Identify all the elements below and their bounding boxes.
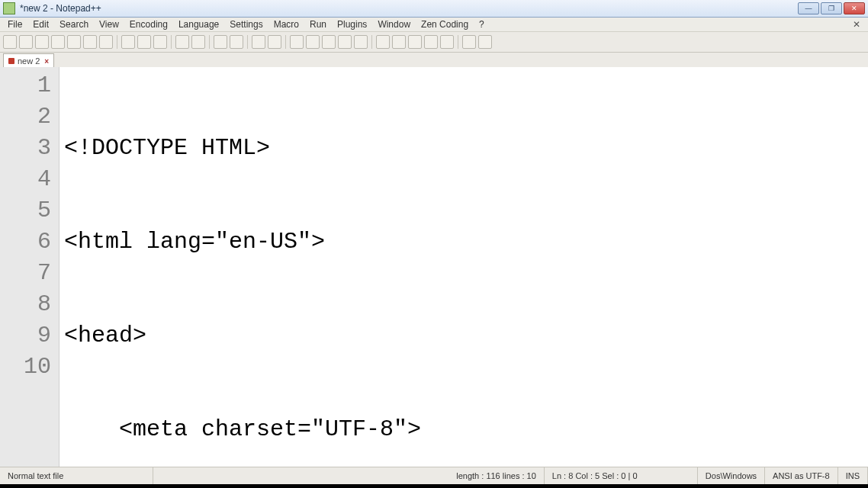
savemacro-icon[interactable] — [440, 35, 454, 49]
title-bar[interactable]: *new 2 - Notepad++ — ❐ ✕ — [0, 0, 868, 18]
separator-icon — [285, 35, 286, 49]
separator-icon — [209, 35, 210, 49]
stop-icon[interactable] — [392, 35, 406, 49]
status-bar: Normal text file length : 116 lines : 10… — [0, 467, 868, 484]
new-icon[interactable] — [3, 35, 17, 49]
menu-view[interactable]: View — [95, 18, 124, 30]
editor: 1 2 3 4 5 6 7 8 9 10 <!DOCTYPE HTML> <ht… — [0, 67, 868, 467]
copy-icon[interactable] — [137, 35, 151, 49]
code-line: <!DOCTYPE HTML> — [64, 133, 270, 164]
menu-search[interactable]: Search — [55, 18, 93, 30]
separator-icon — [247, 35, 248, 49]
extra2-icon[interactable] — [478, 35, 492, 49]
line-number: 3 — [0, 133, 51, 164]
line-number: 4 — [0, 164, 51, 195]
line-number: 7 — [0, 258, 51, 289]
save-icon[interactable] — [35, 35, 49, 49]
saveall-icon[interactable] — [51, 35, 65, 49]
menu-file[interactable]: File — [3, 18, 27, 30]
menu-zencoding[interactable]: Zen Coding — [416, 18, 473, 30]
print-icon[interactable] — [99, 35, 113, 49]
menu-settings[interactable]: Settings — [225, 18, 267, 30]
window-title: *new 2 - Notepad++ — [20, 3, 798, 14]
close-button[interactable]: ✕ — [844, 2, 865, 14]
wrap-icon[interactable] — [306, 35, 320, 49]
redo-icon[interactable] — [191, 35, 205, 49]
closeall-icon[interactable] — [83, 35, 97, 49]
menu-language[interactable]: Language — [174, 18, 223, 30]
status-filetype: Normal text file — [0, 467, 153, 484]
paste-icon[interactable] — [153, 35, 167, 49]
zoomout-icon[interactable] — [268, 35, 281, 49]
tab-new2[interactable]: new 2 × — [3, 53, 54, 68]
menu-macro[interactable]: Macro — [269, 18, 304, 30]
status-ins: INS — [838, 467, 868, 484]
menu-window[interactable]: Window — [373, 18, 415, 30]
find-icon[interactable] — [214, 35, 227, 49]
code-line: <meta charset="UTF-8"> — [64, 414, 421, 445]
menu-run[interactable]: Run — [305, 18, 331, 30]
close-icon[interactable] — [67, 35, 81, 49]
allchars-icon[interactable] — [322, 35, 336, 49]
sync-icon[interactable] — [290, 35, 304, 49]
cut-icon[interactable] — [121, 35, 135, 49]
status-length: length : 116 lines : 10 — [448, 467, 545, 484]
line-number: 10 — [0, 352, 51, 383]
replace-icon[interactable] — [230, 35, 243, 49]
tab-close-icon[interactable]: × — [44, 57, 49, 66]
code-line: <html lang="en-US"> — [64, 226, 325, 258]
extra1-icon[interactable] — [462, 35, 476, 49]
menu-help[interactable]: ? — [474, 18, 489, 30]
line-number: 8 — [0, 289, 51, 320]
separator-icon — [371, 35, 372, 49]
playmulti-icon[interactable] — [424, 35, 438, 49]
unsaved-dot-icon — [8, 58, 14, 64]
userlang-icon[interactable] — [354, 35, 368, 49]
menu-edit[interactable]: Edit — [28, 18, 53, 30]
line-number: 5 — [0, 195, 51, 226]
tab-strip: new 2 × — [0, 53, 868, 69]
tab-label: new 2 — [18, 56, 40, 66]
separator-icon — [458, 35, 458, 49]
menu-plugins[interactable]: Plugins — [333, 18, 371, 30]
separator-icon — [171, 35, 172, 49]
line-number: 1 — [0, 70, 51, 101]
app-icon — [3, 2, 15, 14]
letterbox-bottom — [0, 484, 868, 488]
minimize-button[interactable]: — — [798, 2, 819, 14]
status-position: Ln : 8 Col : 5 Sel : 0 | 0 — [545, 467, 698, 484]
status-encoding: ANSI as UTF-8 — [765, 467, 838, 484]
toolbar — [0, 32, 868, 53]
line-number: 2 — [0, 101, 51, 133]
record-icon[interactable] — [376, 35, 390, 49]
menu-bar: File Edit Search View Encoding Language … — [0, 18, 868, 32]
window-controls: — ❐ ✕ — [798, 2, 865, 14]
mdi-close-icon[interactable]: ✕ — [848, 19, 865, 30]
menu-encoding[interactable]: Encoding — [125, 18, 172, 30]
maximize-button[interactable]: ❐ — [821, 2, 842, 14]
separator-icon — [117, 35, 117, 49]
app-window: *new 2 - Notepad++ — ❐ ✕ File Edit Searc… — [0, 0, 868, 488]
code-area[interactable]: <!DOCTYPE HTML> <html lang="en-US"> <hea… — [59, 67, 868, 467]
line-number: 9 — [0, 320, 51, 352]
open-icon[interactable] — [19, 35, 33, 49]
status-eol: Dos\Windows — [698, 467, 765, 484]
line-number-gutter: 1 2 3 4 5 6 7 8 9 10 — [0, 67, 59, 467]
zoomin-icon[interactable] — [252, 35, 265, 49]
code-line: <head> — [64, 320, 146, 352]
undo-icon[interactable] — [175, 35, 189, 49]
indent-icon[interactable] — [338, 35, 352, 49]
play-icon[interactable] — [408, 35, 422, 49]
line-number: 6 — [0, 226, 51, 258]
